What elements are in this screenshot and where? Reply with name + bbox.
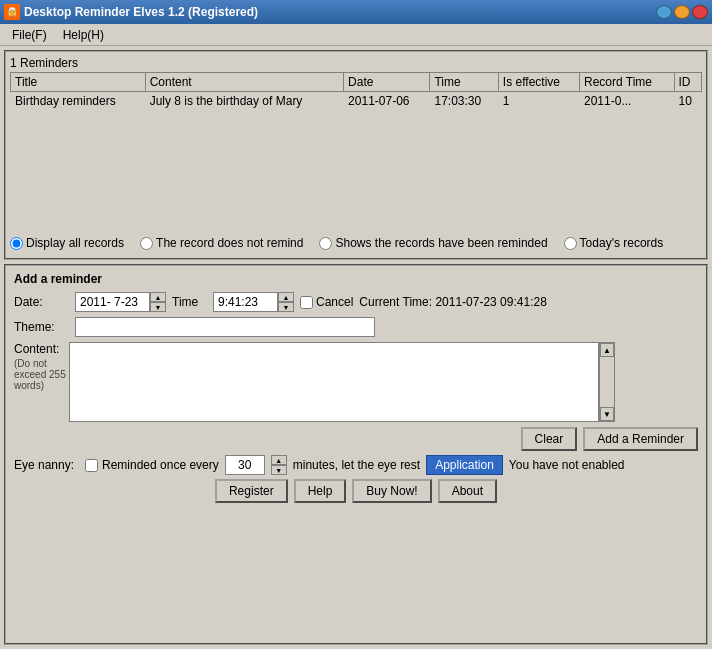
minutes-suffix-text: minutes, let the eye rest [293, 458, 420, 472]
scrollbar-down-arrow[interactable]: ▼ [600, 407, 614, 421]
eye-nanny-label: Eye nanny: [14, 458, 79, 472]
col-id: ID [674, 73, 701, 92]
cell-date: 2011-07-06 [344, 92, 430, 111]
content-label: Content: [14, 342, 69, 356]
menu-file[interactable]: File(F) [4, 26, 55, 44]
date-spin-up[interactable]: ▲ [150, 292, 166, 302]
radio-not-remind[interactable]: The record does not remind [140, 236, 303, 250]
col-effective: Is effective [498, 73, 579, 92]
cell-record_time: 2011-0... [580, 92, 675, 111]
col-record-time: Record Time [580, 73, 675, 92]
clear-button[interactable]: Clear [521, 427, 578, 451]
maximize-button[interactable] [674, 5, 690, 19]
content-hint: (Do not exceed 255 words) [14, 358, 69, 391]
col-date: Date [344, 73, 430, 92]
current-time-display: Current Time: 2011-07-23 09:41:28 [359, 295, 546, 309]
help-button[interactable]: Help [294, 479, 347, 503]
not-enabled-text: You have not enabled [509, 458, 625, 472]
radio-todays[interactable]: Today's records [564, 236, 664, 250]
cancel-checkbox-label[interactable]: Cancel [300, 295, 353, 309]
theme-input[interactable] [75, 317, 375, 337]
minutes-spin-down[interactable]: ▼ [271, 465, 287, 475]
time-spinner-group: 9:41:23 ▲ ▼ [213, 292, 294, 312]
register-button[interactable]: Register [215, 479, 288, 503]
cell-time: 17:03:30 [430, 92, 498, 111]
eye-nanny-checkbox[interactable] [85, 459, 98, 472]
eye-nanny-checkbox-label[interactable]: Reminded once every [85, 458, 219, 472]
col-content: Content [145, 73, 343, 92]
col-title: Title [11, 73, 146, 92]
reminders-table: Title Content Date Time Is effective Rec… [10, 72, 702, 111]
eye-nanny-reminded-text: Reminded once every [102, 458, 219, 472]
time-display[interactable]: 9:41:23 [213, 292, 278, 312]
radio-row: Display all records The record does not … [10, 232, 702, 254]
add-reminder-button[interactable]: Add a Reminder [583, 427, 698, 451]
menu-help[interactable]: Help(H) [55, 26, 112, 44]
table-header-row: Title Content Date Time Is effective Rec… [11, 73, 702, 92]
title-bar-left: 🧝 Desktop Reminder Elves 1.2 (Registered… [4, 4, 258, 20]
time-spin-down[interactable]: ▼ [278, 302, 294, 312]
buy-now-button[interactable]: Buy Now! [352, 479, 431, 503]
cell-id: 10 [674, 92, 701, 111]
content-scrollbar[interactable]: ▲ ▼ [599, 342, 615, 422]
main-content: 1 Reminders Title Content Date Time Is e… [0, 46, 712, 649]
reminders-tbody: Birthday remindersJuly 8 is the birthday… [11, 92, 702, 111]
theme-row: Theme: [14, 317, 698, 337]
date-label: Date: [14, 295, 69, 309]
table-row[interactable]: Birthday remindersJuly 8 is the birthday… [11, 92, 702, 111]
eye-nanny-row: Eye nanny: Reminded once every 30 ▲ ▼ mi… [14, 455, 698, 475]
bottom-btn-row: Register Help Buy Now! About [14, 479, 698, 503]
cell-content: July 8 is the birthday of Mary [145, 92, 343, 111]
reminders-section: 1 Reminders Title Content Date Time Is e… [4, 50, 708, 260]
content-textarea[interactable] [69, 342, 599, 422]
cancel-checkbox[interactable] [300, 296, 313, 309]
date-spinner-group: 2011- 7-23 ▲ ▼ [75, 292, 166, 312]
scrollbar-up-arrow[interactable]: ▲ [600, 343, 614, 357]
date-display[interactable]: 2011- 7-23 [75, 292, 150, 312]
add-reminder-title: Add a reminder [14, 272, 698, 286]
content-row: Content: (Do not exceed 255 words) ▲ ▼ [14, 342, 698, 422]
minutes-input[interactable]: 30 [225, 455, 265, 475]
time-spin-up[interactable]: ▲ [278, 292, 294, 302]
minutes-spin-up[interactable]: ▲ [271, 455, 287, 465]
reminders-count: 1 Reminders [10, 56, 702, 70]
time-label: Time [172, 295, 207, 309]
date-spin-group: ▲ ▼ [150, 292, 166, 312]
add-reminder-section: Add a reminder Date: 2011- 7-23 ▲ ▼ Time… [4, 264, 708, 645]
title-bar-controls [656, 5, 708, 19]
theme-label: Theme: [14, 320, 69, 334]
reminders-table-container[interactable]: Title Content Date Time Is effective Rec… [10, 72, 702, 232]
about-button[interactable]: About [438, 479, 497, 503]
title-bar-text: Desktop Reminder Elves 1.2 (Registered) [24, 5, 258, 19]
radio-been-reminded[interactable]: Shows the records have been reminded [319, 236, 547, 250]
content-label-block: Content: (Do not exceed 255 words) [14, 342, 69, 391]
radio-display-all[interactable]: Display all records [10, 236, 124, 250]
menu-bar: File(F) Help(H) [0, 24, 712, 46]
app-icon: 🧝 [4, 4, 20, 20]
cell-title: Birthday reminders [11, 92, 146, 111]
col-time: Time [430, 73, 498, 92]
minimize-button[interactable] [656, 5, 672, 19]
action-btn-row: Clear Add a Reminder [14, 427, 698, 451]
cell-is_effective: 1 [498, 92, 579, 111]
title-bar: 🧝 Desktop Reminder Elves 1.2 (Registered… [0, 0, 712, 24]
time-spin-group: ▲ ▼ [278, 292, 294, 312]
close-button[interactable] [692, 5, 708, 19]
application-button[interactable]: Application [426, 455, 503, 475]
date-time-row: Date: 2011- 7-23 ▲ ▼ Time 9:41:23 ▲ ▼ Ca… [14, 292, 698, 312]
minutes-spin-group: ▲ ▼ [271, 455, 287, 475]
date-spin-down[interactable]: ▼ [150, 302, 166, 312]
